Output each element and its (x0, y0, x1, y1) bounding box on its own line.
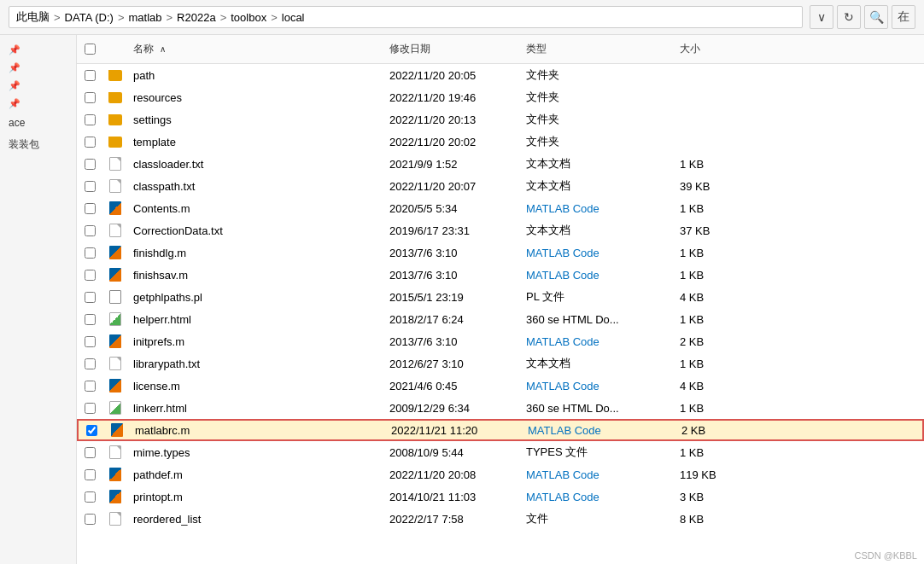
row-size: 37 KB (675, 223, 743, 239)
row-checkbox[interactable] (85, 181, 96, 192)
header-name[interactable]: 名称 ∧ (128, 38, 384, 60)
row-modified: 2009/12/29 6:34 (384, 400, 521, 416)
header-size: 大小 (675, 38, 743, 60)
location-button[interactable]: 在 (892, 5, 915, 29)
row-checkbox[interactable] (85, 336, 96, 347)
row-name: settings (128, 112, 384, 128)
row-checkbox-cell[interactable] (77, 181, 102, 192)
table-row[interactable]: license.m2021/4/6 0:45MATLAB Code4 KB (77, 375, 924, 397)
row-name: CorrectionData.txt (128, 223, 384, 239)
table-row[interactable]: template2022/11/20 20:02文件夹 (77, 131, 924, 153)
row-checkbox-cell[interactable] (77, 114, 102, 125)
row-checkbox[interactable] (85, 292, 96, 303)
row-checkbox-cell[interactable] (77, 491, 102, 503)
search-button[interactable]: 🔍 (864, 5, 888, 29)
row-checkbox[interactable] (85, 314, 96, 325)
row-checkbox[interactable] (85, 92, 96, 103)
row-checkbox-cell[interactable] (77, 92, 102, 103)
row-modified: 2022/11/20 20:08 (384, 467, 521, 483)
row-checkbox[interactable] (85, 247, 96, 259)
row-checkbox-cell[interactable] (77, 314, 102, 325)
row-icon-cell (102, 92, 128, 103)
table-row[interactable]: helperr.html2018/2/17 6:24360 se HTML Do… (77, 308, 924, 330)
address-actions: ∨ ↻ 🔍 在 (810, 5, 915, 29)
row-checkbox[interactable] (85, 358, 96, 369)
row-modified: 2022/11/21 11:20 (386, 422, 523, 439)
breadcrumb-item-3[interactable]: R2022a (177, 11, 216, 24)
row-checkbox-cell[interactable] (77, 70, 102, 81)
breadcrumb-item-0[interactable]: 此电脑 (16, 9, 50, 25)
sidebar-pin-4[interactable]: 📌 (0, 96, 76, 112)
row-type: MATLAB Code (521, 467, 675, 483)
row-checkbox-cell[interactable] (77, 247, 102, 259)
row-checkbox-cell[interactable] (77, 270, 102, 281)
row-checkbox[interactable] (86, 425, 97, 436)
table-row[interactable]: finishsav.m2013/7/6 3:10MATLAB Code1 KB (77, 264, 924, 286)
table-row[interactable]: finishdlg.m2013/7/6 3:10MATLAB Code1 KB (77, 241, 924, 264)
row-checkbox-cell[interactable] (77, 403, 102, 414)
breadcrumb-item-4[interactable]: toolbox (231, 11, 266, 24)
row-checkbox[interactable] (85, 203, 96, 214)
row-checkbox[interactable] (85, 159, 96, 170)
row-type: 文本文档 (521, 177, 675, 195)
row-name: finishdlg.m (128, 245, 384, 261)
row-checkbox[interactable] (85, 381, 96, 392)
row-checkbox[interactable] (85, 491, 96, 503)
row-checkbox-cell[interactable] (77, 447, 102, 458)
header-checkbox[interactable] (77, 38, 102, 60)
table-row[interactable]: linkerr.html2009/12/29 6:34360 se HTML D… (77, 397, 924, 419)
table-row[interactable]: printopt.m2014/10/21 11:03MATLAB Code3 K… (77, 486, 924, 508)
row-checkbox[interactable] (85, 469, 96, 480)
row-checkbox-cell[interactable] (77, 358, 102, 369)
row-checkbox[interactable] (85, 270, 96, 281)
row-checkbox-cell[interactable] (77, 292, 102, 303)
table-row[interactable]: resources2022/11/20 19:46文件夹 (77, 86, 924, 108)
table-row[interactable]: classloader.txt2021/9/9 1:52文本文档1 KB (77, 153, 924, 175)
row-checkbox-cell[interactable] (77, 336, 102, 347)
table-row[interactable]: classpath.txt2022/11/20 20:07文本文档39 KB (77, 175, 924, 197)
pin-icon-4: 📌 (9, 98, 20, 109)
sidebar-item-ace[interactable]: ace (0, 113, 76, 132)
dropdown-button[interactable]: ∨ (810, 5, 833, 29)
row-checkbox[interactable] (85, 70, 96, 81)
sidebar-pin-1[interactable]: 📌 (0, 42, 76, 58)
table-row[interactable]: pathdef.m2022/11/20 20:08MATLAB Code119 … (77, 463, 924, 486)
row-checkbox-cell[interactable] (77, 159, 102, 170)
row-modified: 2022/11/20 20:05 (384, 67, 521, 84)
sidebar-item-package[interactable]: 装装包 (0, 134, 76, 155)
table-row[interactable]: matlabrc.m2022/11/21 11:20MATLAB Code2 K… (77, 419, 924, 441)
table-row[interactable]: settings2022/11/20 20:13文件夹 (77, 108, 924, 131)
table-row[interactable]: CorrectionData.txt2019/6/17 23:31文本文档37 … (77, 219, 924, 241)
table-row[interactable]: Contents.m2020/5/5 5:34MATLAB Code1 KB (77, 197, 924, 219)
row-checkbox[interactable] (85, 225, 96, 236)
row-checkbox-cell[interactable] (77, 137, 102, 148)
sidebar-pin-3[interactable]: 📌 (0, 78, 76, 94)
row-checkbox-cell[interactable] (79, 425, 104, 436)
sidebar-pin-2[interactable]: 📌 (0, 60, 76, 76)
breadcrumb[interactable]: 此电脑 > DATA (D:) > matlab > R2022a > tool… (9, 6, 803, 28)
row-checkbox[interactable] (85, 137, 96, 148)
sidebar: 📌 📌 📌 📌 ace 装装包 (0, 35, 77, 564)
table-row[interactable]: initprefs.m2013/7/6 3:10MATLAB Code2 KB (77, 330, 924, 352)
breadcrumb-item-2[interactable]: matlab (128, 11, 161, 24)
file-area[interactable]: 名称 ∧ 修改日期 类型 大小 path2022/11/20 20:05文件夹r… (77, 35, 924, 564)
row-checkbox[interactable] (85, 114, 96, 125)
row-checkbox[interactable] (85, 403, 96, 414)
table-row[interactable]: getphlpaths.pl2015/5/1 23:19PL 文件4 KB (77, 286, 924, 308)
select-all-checkbox[interactable] (85, 44, 96, 55)
breadcrumb-item-5[interactable]: local (282, 11, 305, 24)
refresh-button[interactable]: ↻ (837, 5, 861, 29)
row-checkbox[interactable] (85, 447, 96, 458)
table-row[interactable]: reordered_list2022/2/17 7:58文件8 KB (77, 508, 924, 530)
table-row[interactable]: librarypath.txt2012/6/27 3:10文本文档1 KB (77, 352, 924, 375)
table-row[interactable]: path2022/11/20 20:05文件夹 (77, 64, 924, 86)
row-checkbox-cell[interactable] (77, 469, 102, 480)
row-checkbox[interactable] (85, 514, 96, 525)
breadcrumb-item-1[interactable]: DATA (D:) (65, 11, 114, 24)
row-checkbox-cell[interactable] (77, 225, 102, 236)
row-checkbox-cell[interactable] (77, 381, 102, 392)
table-row[interactable]: mime.types2008/10/9 5:44TYPES 文件1 KB (77, 441, 924, 463)
row-checkbox-cell[interactable] (77, 203, 102, 214)
row-checkbox-cell[interactable] (77, 514, 102, 525)
row-icon-cell (102, 379, 128, 392)
